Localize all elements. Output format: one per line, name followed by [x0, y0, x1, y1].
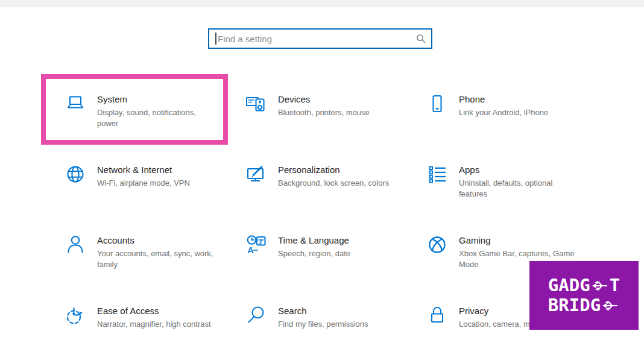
- tile-subtitle: Wi-Fi, airplane mode, VPN: [97, 178, 216, 189]
- apps-list-icon: [425, 162, 449, 186]
- tile-system[interactable]: SystemDisplay, sound, notifications, pow…: [63, 90, 232, 128]
- gadget-bridge-logo: GADG T BRIDG: [529, 261, 639, 330]
- tile-phone[interactable]: PhoneLink your Android, iPhone: [425, 90, 594, 118]
- tile-title: Apps: [459, 164, 578, 176]
- tile-subtitle: Narrator, magnifier, high contrast: [97, 319, 216, 330]
- tile-subtitle: Your accounts, email, sync, work, family: [97, 248, 216, 269]
- person-icon: [63, 233, 87, 257]
- ease-of-access-icon: [63, 303, 87, 327]
- search-box[interactable]: [208, 28, 432, 49]
- tile-title: System: [97, 93, 216, 106]
- tile-ease-of-access[interactable]: Ease of AccessNarrator, magnifier, high …: [63, 302, 232, 330]
- tile-title: Time & Language: [278, 235, 397, 247]
- tile-search[interactable]: SearchFind my files, permissions: [244, 302, 413, 330]
- tile-subtitle: Find my files, permissions: [278, 319, 397, 330]
- tile-subtitle: Link your Android, iPhone: [459, 107, 578, 118]
- tile-title: Search: [278, 305, 397, 317]
- logo-text: T: [610, 276, 620, 295]
- logo-line-1: GADG T: [548, 276, 620, 295]
- xbox-icon: [425, 233, 449, 257]
- clock-language-icon: A: [244, 233, 268, 257]
- usb-icon: [601, 299, 619, 312]
- monitor-brush-icon: [244, 162, 268, 186]
- tile-subtitle: Display, sound, notifications, power: [97, 107, 216, 128]
- globe-icon: [63, 162, 87, 186]
- tile-title: Ease of Access: [97, 305, 216, 317]
- tile-subtitle: Bluetooth, printers, mouse: [278, 107, 397, 118]
- phone-icon: [425, 92, 449, 116]
- tile-devices[interactable]: DevicesBluetooth, printers, mouse: [244, 90, 413, 118]
- logo-text: GADG: [548, 276, 590, 295]
- tile-time-language[interactable]: A Time & LanguageSpeech, region, date: [244, 231, 413, 259]
- tile-subtitle: Speech, region, date: [278, 248, 397, 259]
- tile-subtitle: Uninstall, defaults, optional features: [459, 178, 578, 199]
- magnifier-icon: [244, 303, 268, 327]
- tile-personalization[interactable]: PersonalizationBackground, lock screen, …: [244, 161, 413, 189]
- logo-line-2: BRIDG: [548, 295, 620, 315]
- tile-title: Accounts: [97, 235, 216, 247]
- tile-title: Gaming: [459, 235, 578, 247]
- text-caret: [215, 33, 216, 45]
- logo-text: BRIDG: [548, 295, 601, 315]
- tile-apps[interactable]: AppsUninstall, defaults, optional featur…: [425, 161, 594, 199]
- lock-icon: [425, 303, 449, 327]
- tile-title: Devices: [278, 93, 397, 106]
- usb-icon: [591, 279, 609, 292]
- tile-subtitle: Background, lock screen, colors: [278, 178, 397, 189]
- tile-network-internet[interactable]: Network & InternetWi-Fi, airplane mode, …: [63, 161, 232, 189]
- tile-accounts[interactable]: AccountsYour accounts, email, sync, work…: [63, 231, 232, 269]
- search-input[interactable]: [209, 30, 431, 48]
- svg-text:A: A: [248, 245, 254, 255]
- settings-window: SystemDisplay, sound, notifications, pow…: [0, 0, 644, 337]
- search-icon[interactable]: [416, 34, 426, 43]
- laptop-icon: [63, 92, 87, 116]
- tile-title: Phone: [459, 93, 578, 106]
- keyboard-speaker-icon: [244, 92, 268, 116]
- tile-title: Network & Internet: [97, 164, 216, 176]
- window-top-strip: [0, 0, 644, 7]
- tile-title: Personalization: [278, 164, 397, 176]
